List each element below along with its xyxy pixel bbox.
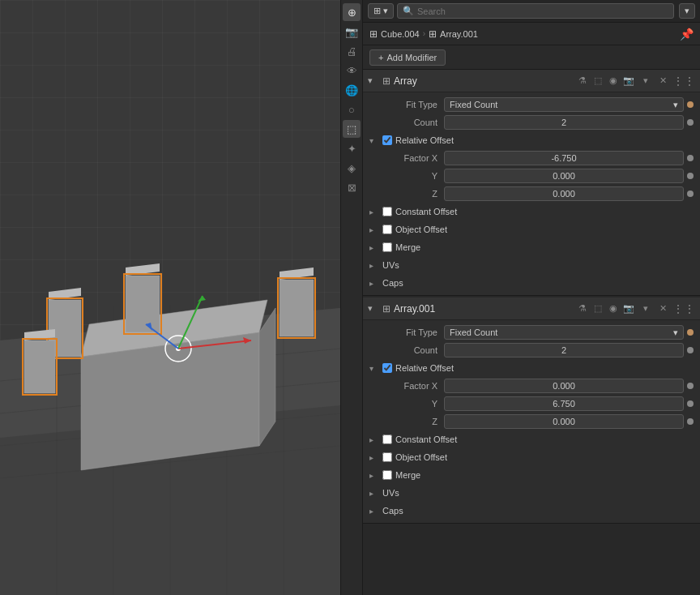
fit-type2-text: Fixed Count <box>450 327 497 337</box>
modifier-array001-realtime-icon[interactable]: ⬚ <box>591 302 605 316</box>
merge-section[interactable]: ▸ Merge <box>363 238 700 256</box>
count-label: Count <box>363 118 444 127</box>
uvs-section[interactable]: ▸ UVs <box>363 256 700 274</box>
relative-offset2-checkbox[interactable] <box>382 363 392 373</box>
count2-row: Count 2 <box>363 341 700 359</box>
sidebar-icon-view[interactable]: 👁 <box>343 62 361 79</box>
modifier-array-dots[interactable]: ⋮⋮ <box>672 75 695 88</box>
constant-offset2-checkbox[interactable] <box>382 434 392 444</box>
breadcrumb-pin[interactable]: 📌 <box>680 28 694 41</box>
factor-y2-value[interactable]: 6.750 <box>444 396 684 411</box>
modifier-array-filter-icon[interactable]: ⚗ <box>575 74 590 88</box>
breadcrumb: ⊞ Cube.004 › ⊞ Array.001 📌 <box>363 23 700 45</box>
object-offset-arrow: ▸ <box>369 225 379 234</box>
search-input-wrapper[interactable]: 🔍 <box>397 3 674 19</box>
editor-type-button[interactable]: ⊞ ▾ <box>368 3 394 19</box>
object-offset2-checkbox[interactable] <box>382 452 392 462</box>
caps-section[interactable]: ▸ Caps <box>363 274 700 292</box>
factor-x-label: Factor X <box>363 153 444 163</box>
count2-dot[interactable] <box>687 347 694 353</box>
sidebar-icon-object[interactable]: ⬚ <box>343 120 361 138</box>
merge2-checkbox[interactable] <box>382 470 392 480</box>
relative-offset-checkbox[interactable] <box>382 135 392 145</box>
factor-x2-label: Factor X <box>363 381 444 391</box>
modifier-array-render-icon[interactable]: ◉ <box>606 74 621 88</box>
factor-z2-dot[interactable] <box>687 418 694 425</box>
factor-y2-dot[interactable] <box>687 400 694 407</box>
fit-type-keyframe-dot[interactable] <box>687 101 694 108</box>
relative-offset2-section[interactable]: ▾ Relative Offset <box>363 359 700 377</box>
sidebar-icon-move[interactable]: ⊕ <box>343 3 361 21</box>
modifier-array001-camera-icon[interactable]: 📷 <box>621 302 636 316</box>
search-input[interactable] <box>417 6 668 16</box>
object-offset2-section[interactable]: ▸ Object Offset <box>363 448 700 466</box>
panel-options-button[interactable]: ▾ <box>679 3 695 19</box>
modifier-array001-header: ▾ ⊞ Array.001 ⚗ ⬚ ◉ 📷 ▾ ✕ ⋮⋮ <box>363 298 700 320</box>
properties-panel: ⊞ ▾ 🔍 ▾ ⊞ Cube.004 › ⊞ Array.001 📌 + Add… <box>363 0 700 595</box>
breadcrumb-object[interactable]: Cube.004 <box>381 29 420 39</box>
fit-type2-chevron: ▾ <box>673 327 678 338</box>
factor-z-row: Z 0.000 <box>363 185 700 203</box>
factor-z-value[interactable]: 0.000 <box>444 186 684 201</box>
factor-z-label: Z <box>363 189 444 199</box>
modifier-array-close[interactable]: ✕ <box>655 74 670 88</box>
add-modifier-button[interactable]: + Add Modifier <box>369 49 446 66</box>
relative-offset-title: Relative Offset <box>395 135 454 145</box>
fit-type-value[interactable]: Fixed Count ▾ <box>444 97 684 112</box>
sidebar-icon-world[interactable]: ○ <box>343 101 361 118</box>
modifier-array001-close[interactable]: ✕ <box>655 302 670 316</box>
factor-x-row: Factor X -6.750 <box>363 149 700 167</box>
fit-type2-dot[interactable] <box>687 329 694 336</box>
sidebar-strip: ⊕ 📷 🖨 👁 🌐 ○ ⬚ ✦ ◈ ⊠ <box>340 0 363 595</box>
options-chevron: ▾ <box>685 6 689 16</box>
sidebar-icon-particles[interactable]: ✦ <box>343 139 361 157</box>
count2-label: Count <box>363 345 444 355</box>
constant-offset-section[interactable]: ▸ Constant Offset <box>363 203 700 220</box>
viewport-3d[interactable] <box>0 0 340 595</box>
uvs2-section[interactable]: ▸ UVs <box>363 484 700 502</box>
count-keyframe-dot[interactable] <box>687 119 694 126</box>
factor-z2-text: 0.000 <box>553 417 575 426</box>
modifier-array001-render-icon[interactable]: ◉ <box>606 302 621 316</box>
factor-x-dot[interactable] <box>687 155 694 161</box>
modifier-array-camera-icon[interactable]: 📷 <box>621 74 636 88</box>
merge2-section[interactable]: ▸ Merge <box>363 466 700 484</box>
count-value[interactable]: 2 <box>444 115 684 130</box>
modifier-array001-dropdown[interactable]: ▾ <box>638 302 653 316</box>
sidebar-icon-output[interactable]: 🖨 <box>343 42 361 60</box>
factor-z2-value[interactable]: 0.000 <box>444 414 684 429</box>
factor-x-value[interactable]: -6.750 <box>444 151 684 165</box>
modifier-array001-collapse[interactable]: ▾ <box>368 303 379 314</box>
count2-value[interactable]: 2 <box>444 343 684 357</box>
fit-type2-value[interactable]: Fixed Count ▾ <box>444 325 684 340</box>
object-offset-section[interactable]: ▸ Object Offset <box>363 220 700 238</box>
factor-x2-dot[interactable] <box>687 383 694 389</box>
modifier-array001-dots[interactable]: ⋮⋮ <box>672 302 695 315</box>
add-modifier-bar: + Add Modifier <box>363 45 700 70</box>
constant-offset-title: Constant Offset <box>395 207 457 216</box>
sidebar-icon-scene[interactable]: 🌐 <box>343 81 361 99</box>
factor-y-value[interactable]: 0.000 <box>444 169 684 183</box>
modifier-array-realtime-icon[interactable]: ⬚ <box>591 74 605 88</box>
constant-offset2-section[interactable]: ▸ Constant Offset <box>363 430 700 448</box>
modifier-array-collapse[interactable]: ▾ <box>368 75 379 86</box>
factor-z2-label: Z <box>363 417 444 426</box>
factor-y-dot[interactable] <box>687 173 694 179</box>
breadcrumb-modifier[interactable]: Array.001 <box>440 29 478 39</box>
factor-y-label: Y <box>363 171 444 181</box>
factor-z-dot[interactable] <box>687 190 694 197</box>
relative-offset-section[interactable]: ▾ Relative Offset <box>363 131 700 149</box>
caps2-section[interactable]: ▸ Caps <box>363 502 700 520</box>
modifiers-content[interactable]: ▾ ⊞ Array ⚗ ⬚ ◉ 📷 ▾ ✕ ⋮⋮ <box>363 70 700 595</box>
modifier-array-dropdown[interactable]: ▾ <box>638 74 653 88</box>
svg-rect-17 <box>126 276 160 332</box>
modifier-array001-filter-icon[interactable]: ⚗ <box>575 302 590 316</box>
sidebar-icon-constraints[interactable]: ⊠ <box>343 178 361 196</box>
constant-offset-checkbox[interactable] <box>382 207 392 216</box>
object-offset-checkbox[interactable] <box>382 225 392 234</box>
editor-type-chevron: ▾ <box>383 6 388 16</box>
sidebar-icon-physics[interactable]: ◈ <box>343 159 361 177</box>
factor-x2-value[interactable]: 0.000 <box>444 379 684 393</box>
merge-checkbox[interactable] <box>382 242 392 252</box>
sidebar-icon-render[interactable]: 📷 <box>343 23 361 41</box>
